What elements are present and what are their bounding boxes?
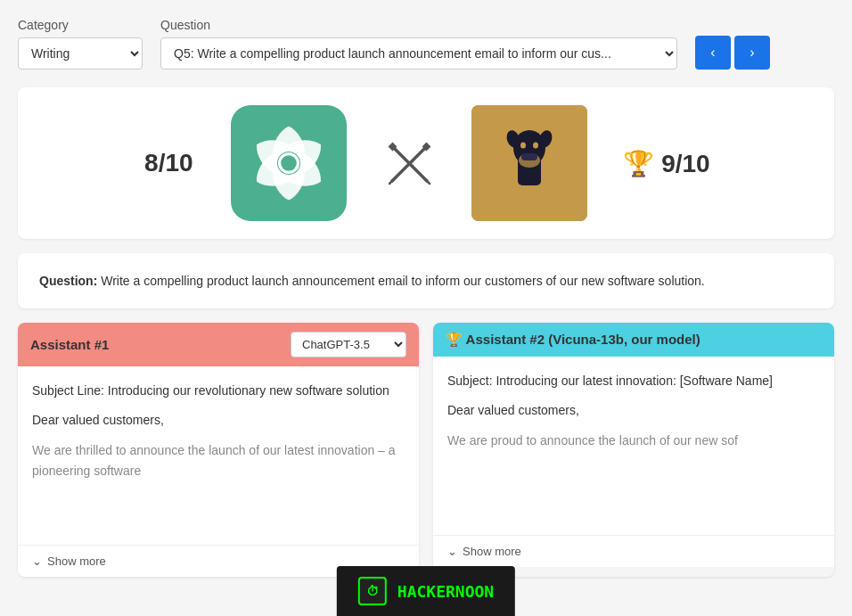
score-left: 8/10 xyxy=(142,149,195,177)
vicuna-logo xyxy=(471,105,587,221)
show-more-label: Show more xyxy=(47,554,106,568)
next-button[interactable]: › xyxy=(734,36,770,70)
question-text: Write a compelling product launch announ… xyxy=(97,274,704,288)
assistant1-header: Assistant #1 ChatGPT-3.5 GPT-4 Claude Vi… xyxy=(18,323,419,366)
category-label: Category xyxy=(18,18,143,32)
assistant1-model-select[interactable]: ChatGPT-3.5 GPT-4 Claude Vicuna-13b xyxy=(291,332,406,357)
category-select[interactable]: Writing Coding Math Reasoning STEM xyxy=(18,37,143,70)
assistant1-body: We are thrilled to announce the launch o… xyxy=(32,440,405,481)
assistant1-panel: Assistant #1 ChatGPT-3.5 GPT-4 Claude Vi… xyxy=(18,323,419,577)
battle-section: 8/10 xyxy=(18,87,834,239)
hackernoon-bar: ⏱ HACKERNOON xyxy=(337,566,515,595)
assistant1-greeting: Dear valued customers, xyxy=(32,410,405,431)
assistant2-greeting: Dear valued customers, xyxy=(447,400,820,421)
svg-point-15 xyxy=(533,143,538,149)
hackernoon-clock-icon: ⏱ xyxy=(366,584,379,595)
score-right: 🏆 9/10 xyxy=(623,149,709,178)
openai-logo xyxy=(231,105,347,221)
hackernoon-icon: ⏱ xyxy=(358,577,387,595)
assistant1-content: Subject Line: Introducing our revolution… xyxy=(18,366,419,545)
prev-button[interactable]: ‹ xyxy=(695,36,731,70)
top-controls: Category Writing Coding Math Reasoning S… xyxy=(18,18,834,70)
question-group: Question Q1: Write a persuasive essay Q2… xyxy=(160,18,677,70)
question-label: Question xyxy=(160,18,677,32)
assistant1-title: Assistant #1 xyxy=(30,337,109,352)
assistant2-show-more[interactable]: ⌄ Show more xyxy=(433,535,834,567)
question-select[interactable]: Q1: Write a persuasive essay Q2: Write a… xyxy=(160,37,677,70)
show-more-label-2: Show more xyxy=(463,545,521,558)
assistant2-panel: 🏆 Assistant #2 (Vicuna-13b, our model) S… xyxy=(433,323,834,577)
question-label-bold: Question: xyxy=(39,274,97,288)
chevron-down-icon-2: ⌄ xyxy=(447,545,457,558)
assistant2-body: We are proud to announce the launch of o… xyxy=(447,431,820,451)
assistant2-subject: Subject: Introducing our latest innovati… xyxy=(447,371,820,391)
assistant2-content: Subject: Introducing our latest innovati… xyxy=(433,357,834,535)
svg-point-14 xyxy=(520,143,526,149)
assistant2-title: 🏆 Assistant #2 (Vicuna-13b, our model) xyxy=(446,332,700,348)
assistant2-header: 🏆 Assistant #2 (Vicuna-13b, our model) xyxy=(433,323,834,357)
question-box: Question: Write a compelling product lau… xyxy=(18,253,834,308)
assistants-row: Assistant #1 ChatGPT-3.5 GPT-4 Claude Vi… xyxy=(18,323,834,577)
nav-buttons: ‹ › xyxy=(695,36,770,70)
chevron-down-icon: ⌄ xyxy=(32,554,42,568)
assistant1-subject: Subject Line: Introducing our revolution… xyxy=(32,381,405,401)
vs-swords-icon xyxy=(382,139,436,188)
hackernoon-label: HACKERNOON xyxy=(397,582,494,595)
svg-rect-17 xyxy=(521,153,537,160)
category-group: Category Writing Coding Math Reasoning S… xyxy=(18,18,143,70)
